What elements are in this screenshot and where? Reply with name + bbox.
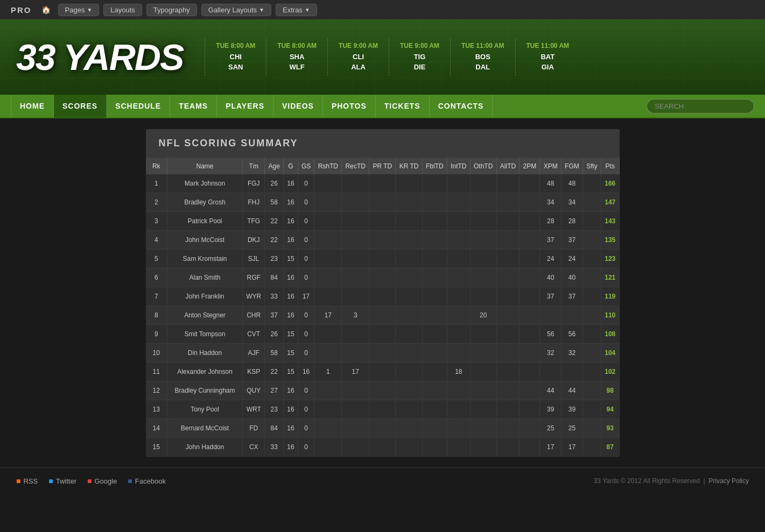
table-row: 10Din HaddonAJF581503232104 <box>146 344 620 363</box>
cell-pts: 147 <box>601 193 619 212</box>
cell-krtd <box>396 325 422 344</box>
cell-tm: WRT <box>243 400 265 419</box>
cell-fbltd <box>422 268 447 287</box>
cell-name: Din Haddon <box>167 344 243 363</box>
nav-item-photos[interactable]: PHOTOS <box>323 94 376 118</box>
cell-alltd <box>496 363 520 381</box>
cell-sfty <box>582 381 601 400</box>
cell-alltd <box>496 287 520 306</box>
cell-krtd <box>396 231 422 250</box>
gallery-layouts-button[interactable]: Gallery Layouts ▼ <box>201 4 271 16</box>
game-block[interactable]: TUE 11:00 AM BOSDAL <box>450 38 515 76</box>
layouts-button[interactable]: Layouts <box>103 4 142 16</box>
cell-gs: 0 <box>298 268 314 287</box>
rss-link[interactable]: ■ RSS <box>16 477 38 485</box>
cell-othtd <box>470 363 496 381</box>
home-icon[interactable]: 🏠 <box>41 5 51 14</box>
cell-2pm <box>520 212 540 231</box>
cell-fgm: 37 <box>561 287 582 306</box>
search-input[interactable] <box>647 99 754 114</box>
table-row: 9Smit TompsonCVT261505656108 <box>146 325 620 344</box>
cell-fgm <box>561 363 582 381</box>
nav-item-contacts[interactable]: CONTACTS <box>430 94 493 118</box>
col-header-2pm: 2PM <box>520 158 540 174</box>
cell-rk: 1 <box>146 174 167 193</box>
cell-tm: WYR <box>243 287 265 306</box>
game-block[interactable]: TUE 8:00 AM SHAWLF <box>266 38 327 76</box>
pages-button[interactable]: Pages ▼ <box>58 4 100 16</box>
cell-alltd <box>496 268 520 287</box>
cell-inttd <box>447 344 470 363</box>
scores-table-wrapper: RkNameTmAgeGGSRshTDRecTDPR TDKR TDFblTDI… <box>146 158 620 457</box>
cell-prtd <box>369 231 396 250</box>
extras-button[interactable]: Extras ▼ <box>276 4 317 16</box>
twitter-link[interactable]: ■ Twitter <box>48 477 76 485</box>
cell-xpm: 34 <box>540 193 561 212</box>
cell-tm: CVT <box>243 325 265 344</box>
hero-logo-area: 33 YARDS <box>16 39 183 75</box>
cell-othtd <box>470 268 496 287</box>
cell-krtd <box>396 400 422 419</box>
cell-rshtd <box>314 400 342 419</box>
cell-prtd <box>369 287 396 306</box>
cell-name: Bradley Cunningham <box>167 381 243 400</box>
cell-age: 37 <box>265 306 284 325</box>
cell-rk: 12 <box>146 381 167 400</box>
cell-rshtd <box>314 250 342 268</box>
cell-fgm: 28 <box>561 212 582 231</box>
col-header-fgm: FGM <box>561 158 582 174</box>
cell-inttd <box>447 268 470 287</box>
nav-item-videos[interactable]: VIDEOS <box>273 94 323 118</box>
privacy-policy-link[interactable]: Privacy Policy <box>708 477 749 485</box>
google-link[interactable]: ■ Google <box>87 477 117 485</box>
cell-age: 23 <box>265 400 284 419</box>
cell-rk: 7 <box>146 287 167 306</box>
game-block[interactable]: TUE 8:00 AM CHISAN <box>205 38 266 76</box>
cell-rectd <box>342 174 369 193</box>
cell-2pm <box>520 419 540 438</box>
cell-g: 15 <box>284 363 298 381</box>
nav-item-tickets[interactable]: TICKETS <box>376 94 430 118</box>
cell-inttd <box>447 174 470 193</box>
nav-item-teams[interactable]: TEAMS <box>170 94 217 118</box>
col-header-age: Age <box>265 158 284 174</box>
nav-item-schedule[interactable]: SCHEDULE <box>107 94 170 118</box>
facebook-link[interactable]: ■ Facebook <box>128 477 166 485</box>
nav-item-players[interactable]: PLAYERS <box>217 94 273 118</box>
cell-g: 16 <box>284 193 298 212</box>
cell-name: Patrick Pool <box>167 212 243 231</box>
nav-item-scores[interactable]: SCORES <box>54 94 107 118</box>
cell-othtd <box>470 287 496 306</box>
cell-pts: 87 <box>601 438 619 457</box>
cell-rshtd <box>314 268 342 287</box>
brand-label: PRO <box>11 5 32 15</box>
cell-alltd <box>496 325 520 344</box>
cell-othtd: 20 <box>470 306 496 325</box>
game-time: TUE 8:00 AM <box>216 42 255 49</box>
cell-fbltd <box>422 250 447 268</box>
cell-fbltd <box>422 174 447 193</box>
typography-button[interactable]: Typography <box>146 4 197 16</box>
cell-xpm: 17 <box>540 438 561 457</box>
col-header-rshtd: RshTD <box>314 158 342 174</box>
game-time: TUE 11:00 AM <box>527 42 570 49</box>
cell-krtd <box>396 250 422 268</box>
main-content: NFL SCORING SUMMARY RkNameTmAgeGGSRshTDR… <box>146 129 620 457</box>
facebook-icon: ■ <box>128 477 132 485</box>
nav-item-home[interactable]: HOME <box>11 94 54 118</box>
cell-tm: AJF <box>243 344 265 363</box>
cell-rk: 3 <box>146 212 167 231</box>
cell-krtd <box>396 212 422 231</box>
cell-alltd <box>496 306 520 325</box>
game-block[interactable]: TUE 11:00 AM BATGIA <box>515 38 580 76</box>
game-block[interactable]: TUE 9:00 AM CLIALA <box>327 38 389 76</box>
col-header-name: Name <box>167 158 243 174</box>
cell-pts: 166 <box>601 174 619 193</box>
game-teams: BOSDAL <box>475 53 490 71</box>
site-logo: 33 YARDS <box>16 37 183 77</box>
cell-pts: 110 <box>601 306 619 325</box>
cell-xpm: 28 <box>540 212 561 231</box>
cell-tm: KSP <box>243 363 265 381</box>
game-block[interactable]: TUE 9:00 AM TIGDIE <box>389 38 450 76</box>
col-header-inttd: IntTD <box>447 158 470 174</box>
